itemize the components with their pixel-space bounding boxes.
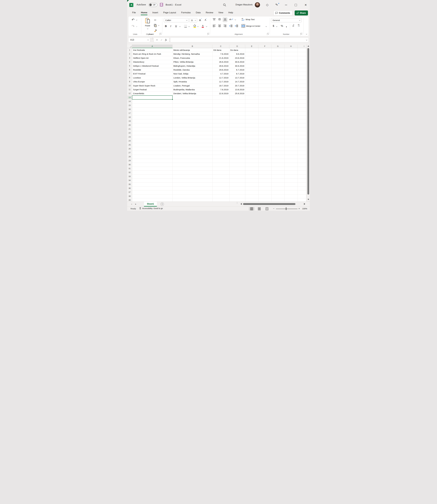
tab-scrollbar-divider[interactable]: ⋮	[236, 202, 238, 204]
scroll-right-arrow[interactable]	[304, 203, 305, 205]
paste-button[interactable]: Paste	[143, 18, 152, 32]
cell-B6[interactable]: Roskilde, Danska	[172, 68, 212, 72]
tab-review[interactable]: Review	[204, 10, 215, 16]
search-icon[interactable]	[223, 3, 226, 7]
borders-button[interactable]	[184, 25, 187, 28]
column-header-D[interactable]: D	[229, 45, 245, 48]
row-header-13[interactable]: 13	[127, 96, 132, 99]
cell-A6[interactable]: Roskilde	[132, 68, 172, 72]
excel-app-icon[interactable]: X	[129, 3, 133, 7]
column-header-B[interactable]: B	[172, 45, 212, 48]
wrap-text-button[interactable]: abc Wrap Text	[242, 18, 255, 21]
font-color-dropdown[interactable]	[206, 26, 207, 27]
name-box[interactable]: A13	[128, 38, 150, 42]
orientation-button[interactable]: ab↗	[229, 18, 233, 20]
tab-help[interactable]: Help	[226, 10, 235, 16]
row-header-3[interactable]: 3	[127, 56, 132, 60]
row-header-6[interactable]: 6	[127, 68, 132, 72]
row-header-5[interactable]: 5	[127, 64, 132, 68]
scroll-down-arrow[interactable]	[308, 199, 309, 200]
row-header-14[interactable]: 14	[127, 99, 132, 103]
tab-view[interactable]: View	[216, 10, 225, 16]
increase-decimal-button[interactable]: ←.0.00	[292, 24, 294, 27]
copy-dropdown[interactable]	[158, 25, 159, 26]
zoom-in-button[interactable]: +	[298, 207, 300, 210]
orientation-dropdown[interactable]	[235, 19, 236, 20]
cell-B11[interactable]: Budimpešta, Mađarska	[172, 87, 212, 92]
insert-function-button[interactable]: fx	[165, 39, 167, 41]
cell-D4[interactable]: 30.6.2019	[229, 60, 245, 64]
cell-C1[interactable]: Od dana	[212, 48, 229, 52]
row-header-1[interactable]: 1	[127, 48, 132, 52]
cell-B10[interactable]: Lisabon, Portugal	[172, 84, 212, 88]
row-header-38[interactable]: 38	[127, 194, 132, 198]
zoom-slider-thumb[interactable]	[286, 207, 287, 210]
scroll-left-arrow[interactable]	[240, 203, 242, 205]
horizontal-scroll-thumb[interactable]	[243, 203, 296, 205]
align-right-button[interactable]	[224, 25, 226, 27]
cell-B9[interactable]: Split, Hrvatska	[172, 80, 212, 84]
bold-button[interactable]: B	[165, 25, 167, 28]
formula-bar-grip[interactable]: ⋮	[151, 38, 152, 39]
decrease-font-size-button[interactable]: Aˇ	[205, 19, 207, 21]
row-header-2[interactable]: 2	[127, 52, 132, 56]
cell-B2[interactable]: Mendig i Nirnberg, Nemačka	[172, 52, 212, 56]
cell-A10[interactable]: Super Bock Super Rock	[132, 84, 172, 88]
cell-C11[interactable]: 7.8.2019	[212, 87, 229, 92]
merge-center-dropdown[interactable]	[266, 26, 267, 27]
cell-C10[interactable]: 18.7.2019	[212, 84, 229, 88]
row-header-8[interactable]: 8	[127, 76, 132, 80]
scroll-up-arrow[interactable]	[308, 45, 309, 47]
cell-D6[interactable]: 6.7.2019	[229, 68, 245, 72]
cell-B3[interactable]: Klison, Francuska	[172, 56, 212, 60]
accessibility-status[interactable]: Accessibility: Good to go	[139, 207, 163, 210]
column-header-I[interactable]: I	[298, 45, 306, 48]
cell-C12[interactable]: 22.8.2019	[212, 91, 229, 96]
row-header-33[interactable]: 33	[127, 174, 132, 178]
new-sheet-button[interactable]: +	[160, 203, 164, 206]
cut-button[interactable]: ✂	[154, 19, 156, 22]
zoom-out-button[interactable]: −	[273, 207, 275, 210]
maximize-button[interactable]	[293, 3, 298, 7]
tab-insert[interactable]: Insert	[150, 10, 160, 16]
cell-A5[interactable]: Defqon.1 Weekend Festival	[132, 64, 172, 68]
row-header-36[interactable]: 36	[127, 186, 132, 190]
tab-formulas[interactable]: Formulas	[179, 10, 193, 16]
active-cell-A13[interactable]	[132, 95, 173, 100]
paste-dropdown[interactable]	[147, 28, 148, 29]
row-header-26[interactable]: 26	[127, 147, 132, 151]
font-family-select[interactable]: Calibri	[164, 18, 189, 22]
row-header-29[interactable]: 29	[127, 159, 132, 163]
user-name[interactable]: Dragan Masulovic	[236, 3, 253, 6]
vertical-scroll-thumb[interactable]	[308, 48, 309, 194]
previous-sheet-arrow[interactable]: ◂	[131, 203, 132, 205]
cell-D12[interactable]: 25.8.2019	[229, 91, 245, 96]
column-header-F[interactable]: F	[258, 45, 271, 48]
cell-D10[interactable]: 20.7.2019	[229, 84, 245, 88]
number-format-select[interactable]: General	[271, 18, 301, 22]
cell-A8[interactable]: Lovebox	[132, 76, 172, 80]
row-header-21[interactable]: 21	[127, 127, 132, 131]
format-painter-button[interactable]	[154, 29, 157, 32]
row-header-25[interactable]: 25	[127, 143, 132, 147]
row-header-19[interactable]: 19	[127, 119, 132, 123]
cell-B8[interactable]: London, Velika Britanija	[172, 76, 212, 80]
row-header-37[interactable]: 37	[127, 190, 132, 194]
minimize-button[interactable]	[284, 3, 288, 7]
cell-B4[interactable]: Pilton, Velika Britanija	[172, 60, 212, 64]
save-icon[interactable]	[160, 3, 163, 6]
select-all-button[interactable]	[127, 45, 132, 48]
align-left-button[interactable]	[213, 25, 216, 27]
row-header-15[interactable]: 15	[127, 104, 132, 107]
normal-view-button[interactable]	[249, 207, 254, 211]
cell-D1[interactable]: Do dana	[229, 48, 245, 52]
accounting-format-button[interactable]: $	[273, 24, 274, 27]
tab-file[interactable]: File	[130, 10, 138, 16]
cell-A1[interactable]: Ime festivala	[132, 48, 172, 52]
font-size-select[interactable]: 11	[189, 18, 197, 22]
italic-button[interactable]: I	[170, 25, 171, 28]
cell-C7[interactable]: 4.7.2019	[212, 72, 229, 76]
cancel-entry-button[interactable]: ✕	[156, 39, 158, 41]
comma-style-button[interactable]: ,	[286, 24, 287, 28]
formula-input[interactable]	[170, 38, 309, 42]
